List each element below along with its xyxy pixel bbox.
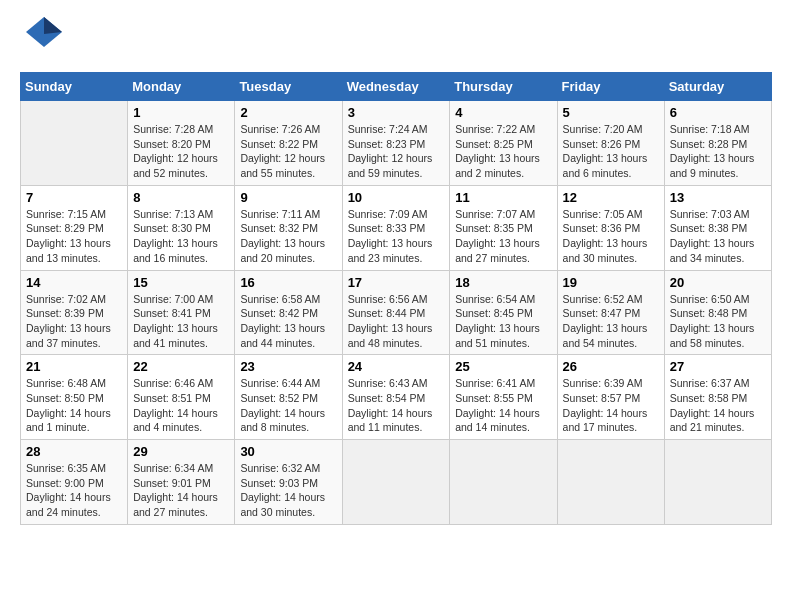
- day-cell: 29Sunrise: 6:34 AM Sunset: 9:01 PM Dayli…: [128, 440, 235, 525]
- day-cell: 3Sunrise: 7:24 AM Sunset: 8:23 PM Daylig…: [342, 101, 450, 186]
- day-number: 16: [240, 275, 336, 290]
- day-number: 24: [348, 359, 445, 374]
- day-number: 27: [670, 359, 766, 374]
- day-number: 11: [455, 190, 551, 205]
- day-number: 20: [670, 275, 766, 290]
- day-info: Sunrise: 7:03 AM Sunset: 8:38 PM Dayligh…: [670, 207, 766, 266]
- day-info: Sunrise: 7:13 AM Sunset: 8:30 PM Dayligh…: [133, 207, 229, 266]
- day-info: Sunrise: 7:26 AM Sunset: 8:22 PM Dayligh…: [240, 122, 336, 181]
- day-info: Sunrise: 6:48 AM Sunset: 8:50 PM Dayligh…: [26, 376, 122, 435]
- col-header-saturday: Saturday: [664, 73, 771, 101]
- day-info: Sunrise: 6:50 AM Sunset: 8:48 PM Dayligh…: [670, 292, 766, 351]
- day-number: 7: [26, 190, 122, 205]
- day-cell: 7Sunrise: 7:15 AM Sunset: 8:29 PM Daylig…: [21, 185, 128, 270]
- day-info: Sunrise: 7:20 AM Sunset: 8:26 PM Dayligh…: [563, 122, 659, 181]
- day-info: Sunrise: 7:15 AM Sunset: 8:29 PM Dayligh…: [26, 207, 122, 266]
- week-row-3: 14Sunrise: 7:02 AM Sunset: 8:39 PM Dayli…: [21, 270, 772, 355]
- day-cell: [342, 440, 450, 525]
- col-header-monday: Monday: [128, 73, 235, 101]
- day-cell: 28Sunrise: 6:35 AM Sunset: 9:00 PM Dayli…: [21, 440, 128, 525]
- calendar-header-row: SundayMondayTuesdayWednesdayThursdayFrid…: [21, 73, 772, 101]
- day-cell: [450, 440, 557, 525]
- day-cell: 8Sunrise: 7:13 AM Sunset: 8:30 PM Daylig…: [128, 185, 235, 270]
- day-cell: [664, 440, 771, 525]
- day-info: Sunrise: 6:46 AM Sunset: 8:51 PM Dayligh…: [133, 376, 229, 435]
- day-cell: 25Sunrise: 6:41 AM Sunset: 8:55 PM Dayli…: [450, 355, 557, 440]
- day-cell: 13Sunrise: 7:03 AM Sunset: 8:38 PM Dayli…: [664, 185, 771, 270]
- day-cell: 2Sunrise: 7:26 AM Sunset: 8:22 PM Daylig…: [235, 101, 342, 186]
- logo-text-block: [20, 20, 64, 56]
- day-info: Sunrise: 7:05 AM Sunset: 8:36 PM Dayligh…: [563, 207, 659, 266]
- day-number: 5: [563, 105, 659, 120]
- day-info: Sunrise: 6:35 AM Sunset: 9:00 PM Dayligh…: [26, 461, 122, 520]
- day-number: 14: [26, 275, 122, 290]
- day-cell: 1Sunrise: 7:28 AM Sunset: 8:20 PM Daylig…: [128, 101, 235, 186]
- day-info: Sunrise: 6:34 AM Sunset: 9:01 PM Dayligh…: [133, 461, 229, 520]
- day-number: 29: [133, 444, 229, 459]
- day-info: Sunrise: 7:00 AM Sunset: 8:41 PM Dayligh…: [133, 292, 229, 351]
- day-cell: 4Sunrise: 7:22 AM Sunset: 8:25 PM Daylig…: [450, 101, 557, 186]
- col-header-tuesday: Tuesday: [235, 73, 342, 101]
- day-info: Sunrise: 6:44 AM Sunset: 8:52 PM Dayligh…: [240, 376, 336, 435]
- logo: [20, 20, 64, 56]
- calendar-table: SundayMondayTuesdayWednesdayThursdayFrid…: [20, 72, 772, 525]
- day-info: Sunrise: 7:18 AM Sunset: 8:28 PM Dayligh…: [670, 122, 766, 181]
- day-number: 25: [455, 359, 551, 374]
- week-row-5: 28Sunrise: 6:35 AM Sunset: 9:00 PM Dayli…: [21, 440, 772, 525]
- day-number: 12: [563, 190, 659, 205]
- day-cell: 24Sunrise: 6:43 AM Sunset: 8:54 PM Dayli…: [342, 355, 450, 440]
- day-number: 9: [240, 190, 336, 205]
- col-header-sunday: Sunday: [21, 73, 128, 101]
- day-cell: 14Sunrise: 7:02 AM Sunset: 8:39 PM Dayli…: [21, 270, 128, 355]
- day-number: 30: [240, 444, 336, 459]
- week-row-2: 7Sunrise: 7:15 AM Sunset: 8:29 PM Daylig…: [21, 185, 772, 270]
- svg-marker-1: [44, 17, 62, 34]
- day-number: 6: [670, 105, 766, 120]
- day-info: Sunrise: 7:28 AM Sunset: 8:20 PM Dayligh…: [133, 122, 229, 181]
- day-cell: 17Sunrise: 6:56 AM Sunset: 8:44 PM Dayli…: [342, 270, 450, 355]
- day-info: Sunrise: 7:02 AM Sunset: 8:39 PM Dayligh…: [26, 292, 122, 351]
- day-number: 13: [670, 190, 766, 205]
- day-number: 18: [455, 275, 551, 290]
- day-cell: 9Sunrise: 7:11 AM Sunset: 8:32 PM Daylig…: [235, 185, 342, 270]
- day-info: Sunrise: 7:11 AM Sunset: 8:32 PM Dayligh…: [240, 207, 336, 266]
- day-number: 23: [240, 359, 336, 374]
- day-cell: 22Sunrise: 6:46 AM Sunset: 8:51 PM Dayli…: [128, 355, 235, 440]
- day-number: 19: [563, 275, 659, 290]
- day-number: 8: [133, 190, 229, 205]
- day-cell: [557, 440, 664, 525]
- day-info: Sunrise: 7:24 AM Sunset: 8:23 PM Dayligh…: [348, 122, 445, 181]
- day-number: 21: [26, 359, 122, 374]
- week-row-1: 1Sunrise: 7:28 AM Sunset: 8:20 PM Daylig…: [21, 101, 772, 186]
- day-cell: 21Sunrise: 6:48 AM Sunset: 8:50 PM Dayli…: [21, 355, 128, 440]
- day-number: 22: [133, 359, 229, 374]
- day-info: Sunrise: 6:52 AM Sunset: 8:47 PM Dayligh…: [563, 292, 659, 351]
- day-number: 28: [26, 444, 122, 459]
- day-info: Sunrise: 7:07 AM Sunset: 8:35 PM Dayligh…: [455, 207, 551, 266]
- day-number: 3: [348, 105, 445, 120]
- day-cell: 26Sunrise: 6:39 AM Sunset: 8:57 PM Dayli…: [557, 355, 664, 440]
- day-cell: 18Sunrise: 6:54 AM Sunset: 8:45 PM Dayli…: [450, 270, 557, 355]
- day-number: 26: [563, 359, 659, 374]
- day-number: 10: [348, 190, 445, 205]
- day-cell: 27Sunrise: 6:37 AM Sunset: 8:58 PM Dayli…: [664, 355, 771, 440]
- day-number: 4: [455, 105, 551, 120]
- day-info: Sunrise: 6:58 AM Sunset: 8:42 PM Dayligh…: [240, 292, 336, 351]
- day-info: Sunrise: 6:43 AM Sunset: 8:54 PM Dayligh…: [348, 376, 445, 435]
- day-cell: 30Sunrise: 6:32 AM Sunset: 9:03 PM Dayli…: [235, 440, 342, 525]
- day-cell: [21, 101, 128, 186]
- day-cell: 16Sunrise: 6:58 AM Sunset: 8:42 PM Dayli…: [235, 270, 342, 355]
- day-cell: 5Sunrise: 7:20 AM Sunset: 8:26 PM Daylig…: [557, 101, 664, 186]
- day-info: Sunrise: 6:41 AM Sunset: 8:55 PM Dayligh…: [455, 376, 551, 435]
- day-info: Sunrise: 6:37 AM Sunset: 8:58 PM Dayligh…: [670, 376, 766, 435]
- day-cell: 12Sunrise: 7:05 AM Sunset: 8:36 PM Dayli…: [557, 185, 664, 270]
- day-info: Sunrise: 7:09 AM Sunset: 8:33 PM Dayligh…: [348, 207, 445, 266]
- day-number: 17: [348, 275, 445, 290]
- day-cell: 10Sunrise: 7:09 AM Sunset: 8:33 PM Dayli…: [342, 185, 450, 270]
- day-cell: 6Sunrise: 7:18 AM Sunset: 8:28 PM Daylig…: [664, 101, 771, 186]
- col-header-friday: Friday: [557, 73, 664, 101]
- page-header: [20, 20, 772, 56]
- day-info: Sunrise: 6:56 AM Sunset: 8:44 PM Dayligh…: [348, 292, 445, 351]
- day-number: 2: [240, 105, 336, 120]
- day-cell: 15Sunrise: 7:00 AM Sunset: 8:41 PM Dayli…: [128, 270, 235, 355]
